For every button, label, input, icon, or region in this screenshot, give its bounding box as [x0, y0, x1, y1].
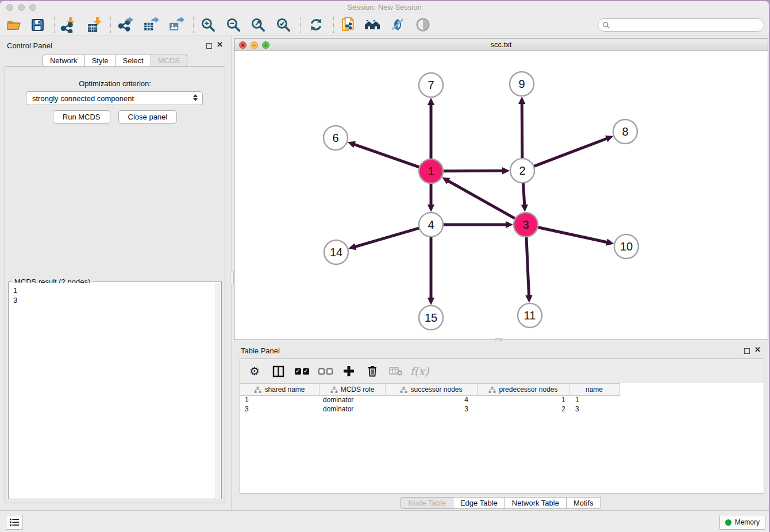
show-all-networks-icon[interactable]	[364, 16, 381, 33]
tab-select[interactable]: Select	[116, 55, 151, 67]
network-window-titlebar[interactable]: ✕ − + scc.txt	[234, 38, 768, 51]
table-cell[interactable]: dominator	[319, 396, 386, 405]
zoom-selected-icon[interactable]	[275, 16, 292, 33]
table-cell[interactable]: 1	[240, 396, 319, 405]
refresh-icon[interactable]	[307, 16, 325, 33]
tab-mcds[interactable]: MCDS	[151, 55, 187, 67]
table-cell[interactable]: 2	[478, 405, 569, 414]
export-network-icon[interactable]	[117, 16, 134, 33]
table-cell[interactable]: 3	[240, 405, 319, 414]
column-tree-icon	[400, 386, 407, 394]
table-settings-gear-icon[interactable]: ⚙	[247, 364, 262, 379]
import-table-icon[interactable]	[87, 16, 104, 33]
task-history-button[interactable]	[6, 515, 23, 530]
deselect-all-icon[interactable]	[318, 364, 333, 379]
graph-edge[interactable]	[355, 228, 419, 247]
tab-motifs[interactable]: Motifs	[567, 497, 601, 509]
graph-edge[interactable]	[448, 180, 515, 218]
dropdown-arrows-icon	[193, 94, 198, 101]
search-input[interactable]	[610, 21, 764, 29]
delete-column-trash-icon[interactable]	[365, 364, 380, 379]
graph-node-label: 6	[332, 132, 338, 144]
tab-network-table[interactable]: Network Table	[505, 497, 567, 509]
tab-network[interactable]: Network	[43, 55, 85, 67]
table-row[interactable]: 1dominator411	[240, 396, 764, 405]
network-close-icon[interactable]: ✕	[239, 41, 247, 49]
close-window-icon[interactable]	[6, 4, 13, 11]
zoom-out-icon[interactable]	[225, 16, 242, 33]
tab-edge-table[interactable]: Edge Table	[453, 497, 505, 509]
network-maximize-icon[interactable]: +	[262, 41, 270, 49]
graph-edge-arrowhead	[606, 239, 614, 246]
import-network-icon[interactable]	[60, 16, 77, 33]
tab-node-table[interactable]: Node Table	[401, 497, 453, 509]
table-cell[interactable]: 4	[386, 396, 478, 405]
column-header-mcds-role[interactable]: MCDS role	[319, 384, 386, 395]
control-panel-close-icon[interactable]: ✕	[217, 40, 223, 49]
maximize-window-icon[interactable]	[29, 4, 36, 11]
function-builder-icon: f(x)	[412, 364, 427, 379]
mcds-result-list[interactable]: 1 3	[9, 283, 215, 498]
graph-node-label: 14	[330, 246, 342, 259]
table-row[interactable]: 3dominator323	[240, 405, 764, 414]
list-icon	[9, 518, 20, 527]
graph-edge[interactable]	[534, 138, 608, 167]
open-session-icon[interactable]	[5, 16, 22, 33]
run-mcds-button[interactable]: Run MCDS	[53, 110, 110, 124]
table-cell[interactable]: 3	[569, 405, 619, 414]
optimization-criterion-label: Optimization criterion:	[5, 79, 225, 88]
column-header-shared-name[interactable]: shared name	[240, 384, 319, 395]
splitter-grip[interactable]	[230, 271, 234, 284]
graph-edge[interactable]	[443, 171, 503, 171]
mcds-result-box: MCDS result (2 nodes) 1 3	[8, 282, 222, 499]
optimization-criterion-select[interactable]: strongly connected component	[26, 91, 203, 105]
search-icon	[602, 21, 610, 29]
add-column-icon[interactable]	[341, 364, 356, 379]
graph-node-label: 8	[622, 125, 628, 138]
table-toolbar: ⚙ ✓✓ f(x)	[240, 359, 764, 383]
minimize-window-icon[interactable]	[18, 4, 25, 11]
table-cell[interactable]: 3	[386, 405, 478, 414]
graph-node-label: 1	[428, 165, 434, 178]
clone-network-icon[interactable]	[340, 16, 357, 33]
memory-status-icon	[725, 519, 732, 526]
graph-edge[interactable]	[353, 144, 419, 167]
table-panel-float-icon[interactable]	[744, 348, 750, 354]
graph-edge[interactable]	[522, 103, 522, 159]
zoom-fit-icon[interactable]	[249, 16, 267, 33]
control-panel-float-icon[interactable]	[206, 43, 212, 49]
table-cell[interactable]: 1	[569, 396, 619, 405]
column-header-name[interactable]: name	[569, 384, 619, 395]
memory-label: Memory	[735, 518, 760, 526]
save-session-icon[interactable]	[29, 16, 46, 33]
table-cell[interactable]: dominator	[319, 405, 386, 414]
selected-criterion: strongly connected component	[32, 94, 134, 103]
zoom-in-icon[interactable]	[199, 16, 217, 33]
network-minimize-icon[interactable]: −	[251, 41, 258, 49]
graph-node-label: 7	[428, 79, 434, 91]
result-scrollbar[interactable]	[215, 283, 221, 498]
table-header-row: shared name MCDS role successor nodes pr…	[240, 383, 620, 396]
search-box[interactable]	[598, 18, 764, 32]
memory-button[interactable]: Memory	[719, 515, 765, 530]
graph-edge-arrowhead	[428, 98, 434, 105]
hide-graphics-details-icon[interactable]	[389, 16, 406, 33]
graph-edge[interactable]	[526, 237, 529, 296]
network-canvas[interactable]: 7968124314101511	[234, 51, 768, 340]
table-panel-close-icon[interactable]: ✕	[754, 345, 761, 354]
column-header-predecessor-nodes[interactable]: predecessor nodes	[478, 384, 569, 395]
export-table-icon[interactable]	[143, 16, 160, 33]
graph-edge[interactable]	[538, 227, 608, 242]
tab-style[interactable]: Style	[85, 55, 116, 67]
close-panel-button[interactable]: Close panel	[118, 110, 178, 124]
graph-edge-arrowhead	[525, 295, 532, 303]
column-header-successor-nodes[interactable]: successor nodes	[386, 384, 478, 395]
table-cell[interactable]: 1	[478, 396, 569, 405]
vertical-splitter[interactable]	[230, 36, 234, 510]
window-controls	[6, 4, 36, 11]
select-all-icon[interactable]: ✓✓	[294, 364, 309, 379]
export-image-icon[interactable]	[168, 16, 185, 33]
graph-edge[interactable]	[523, 183, 525, 206]
mcds-result-line: 3	[13, 295, 215, 305]
column-visibility-icon[interactable]	[271, 364, 286, 379]
